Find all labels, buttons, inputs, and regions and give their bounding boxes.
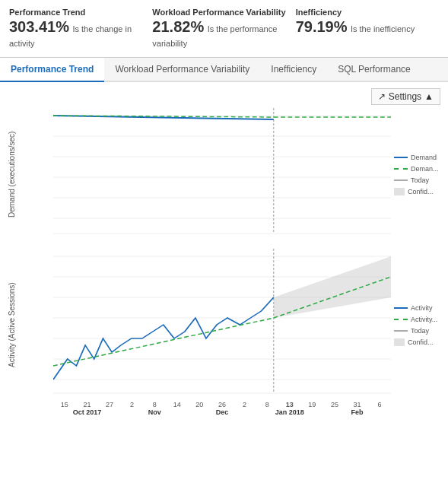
metric-inefficiency-label: Inefficiency xyxy=(296,8,430,17)
demand-legend-demand: Demand xyxy=(394,154,440,161)
x-label-13: 13 xyxy=(278,401,301,408)
metric-inefficiency-desc: Is the inefficiency xyxy=(351,24,415,33)
demand-chart-wrapper: Demand (executions/sec) 2.0 1.6 1.2 0.8 … xyxy=(8,108,440,241)
x-month-nov: Nov xyxy=(121,408,189,416)
tab-performance-trend[interactable]: Performance Trend xyxy=(0,58,104,82)
demand-legend-demand-label: Demand xyxy=(411,154,437,161)
demand-legend-confid-label: Confid... xyxy=(408,188,434,195)
x-label-27: 27 xyxy=(98,401,121,408)
x-date-row: 15 21 27 2 8 14 20 26 2 8 13 19 25 31 6 xyxy=(53,401,391,408)
x-label-6: 6 xyxy=(368,401,391,408)
chevron-up-icon: ▲ xyxy=(424,91,434,102)
x-label-20: 20 xyxy=(189,401,211,408)
trend-icon: ↗ xyxy=(378,91,386,102)
demand-legend-today: Today xyxy=(394,176,440,184)
x-axis-months: Oct 2017 Nov Dec Jan 2018 Feb xyxy=(8,408,440,416)
x-month-feb: Feb xyxy=(323,408,391,416)
x-axis-dates: 15 21 27 2 8 14 20 26 2 8 13 19 25 31 6 xyxy=(8,401,440,408)
x-label-19: 19 xyxy=(301,401,324,408)
metric-performance-trend: Performance Trend 303.41% Is the change … xyxy=(9,8,152,49)
activity-legend: Activity Activity... Today Confid... xyxy=(391,249,440,401)
x-month-dec: Dec xyxy=(189,408,256,416)
metric-performance-trend-value: 303.41% xyxy=(9,18,69,35)
activity-confid-icon xyxy=(394,338,405,346)
svg-marker-32 xyxy=(274,256,391,318)
x-label-14: 14 xyxy=(166,401,189,408)
demand-y-axis-label: Demand (executions/sec) xyxy=(8,108,53,241)
x-label-8a: 8 xyxy=(143,401,166,408)
demand-chart-and-legend: 2.0 1.6 1.2 0.8 0.4 0.0 Demand xyxy=(53,108,440,241)
demand-today-icon xyxy=(394,179,408,181)
x-label-8b: 8 xyxy=(256,401,278,408)
activity-legend-confid: Confid... xyxy=(394,338,440,346)
chart-area: ↗ Settings ▲ Demand (executions/sec) 2.0… xyxy=(0,82,448,422)
activity-dashed-icon xyxy=(394,319,408,320)
metric-workload-variability: Workload Performance Variability 21.82% … xyxy=(152,8,295,49)
metric-workload-value: 21.82% xyxy=(152,18,204,35)
activity-chart-and-legend: 3.0 2.5 2.0 1.5 1.0 0.5 0.0 xyxy=(53,249,440,401)
activity-svg: 3.0 2.5 2.0 1.5 1.0 0.5 0.0 xyxy=(53,249,391,401)
tab-bar: Performance Trend Workload Performance V… xyxy=(0,58,448,82)
x-month-row: Oct 2017 Nov Dec Jan 2018 Feb xyxy=(53,408,391,416)
x-month-oct: Oct 2017 xyxy=(53,408,121,416)
tab-sql-performance[interactable]: SQL Performance xyxy=(327,58,421,82)
activity-legend-activity-trend: Activity... xyxy=(394,316,440,323)
demand-confid-icon xyxy=(394,188,405,195)
demand-legend-deman-label: Deman... xyxy=(411,165,439,173)
x-label-25: 25 xyxy=(323,401,346,408)
metric-performance-trend-label: Performance Trend xyxy=(9,8,143,17)
demand-legend-deman: Deman... xyxy=(394,165,440,173)
x-label-15: 15 xyxy=(53,401,76,408)
tab-inefficiency[interactable]: Inefficiency xyxy=(260,58,327,82)
x-label-2a: 2 xyxy=(121,401,144,408)
metrics-bar: Performance Trend 303.41% Is the change … xyxy=(0,0,448,58)
activity-legend-activity-label: Activity xyxy=(411,304,433,312)
x-label-26: 26 xyxy=(211,401,234,408)
metric-inefficiency: Inefficiency 79.19% Is the inefficiency xyxy=(296,8,439,49)
settings-bar: ↗ Settings ▲ xyxy=(8,88,440,105)
activity-legend-activity: Activity xyxy=(394,304,440,312)
demand-legend: Demand Deman... Today Confid... xyxy=(391,108,440,241)
demand-legend-confid: Confid... xyxy=(394,188,440,195)
activity-chart-wrapper: Activity (Active Sessions) 3.0 2.5 2.0 1… xyxy=(8,249,440,401)
activity-line-icon xyxy=(394,307,408,309)
metric-inefficiency-value: 79.19% xyxy=(296,18,348,35)
settings-label: Settings xyxy=(389,91,421,102)
activity-legend-activity-trend-label: Activity... xyxy=(411,316,437,323)
activity-legend-confid-label: Confid... xyxy=(408,338,434,346)
activity-legend-today: Today xyxy=(394,327,440,335)
activity-y-axis-label: Activity (Active Sessions) xyxy=(8,249,53,401)
metric-workload-label: Workload Performance Variability xyxy=(152,8,286,17)
demand-line-icon xyxy=(394,157,408,158)
x-label-2b: 2 xyxy=(234,401,256,408)
x-month-jan: Jan 2018 xyxy=(256,408,323,416)
tab-workload-variability[interactable]: Workload Performance Variability xyxy=(104,58,260,82)
settings-button[interactable]: ↗ Settings ▲ xyxy=(371,88,440,105)
x-label-31: 31 xyxy=(346,401,369,408)
activity-legend-today-label: Today xyxy=(411,327,429,335)
activity-today-icon xyxy=(394,330,408,332)
demand-dashed-icon xyxy=(394,168,408,170)
demand-legend-today-label: Today xyxy=(411,176,429,184)
x-label-21: 21 xyxy=(76,401,99,408)
demand-svg: 2.0 1.6 1.2 0.8 0.4 0.0 xyxy=(53,108,391,241)
